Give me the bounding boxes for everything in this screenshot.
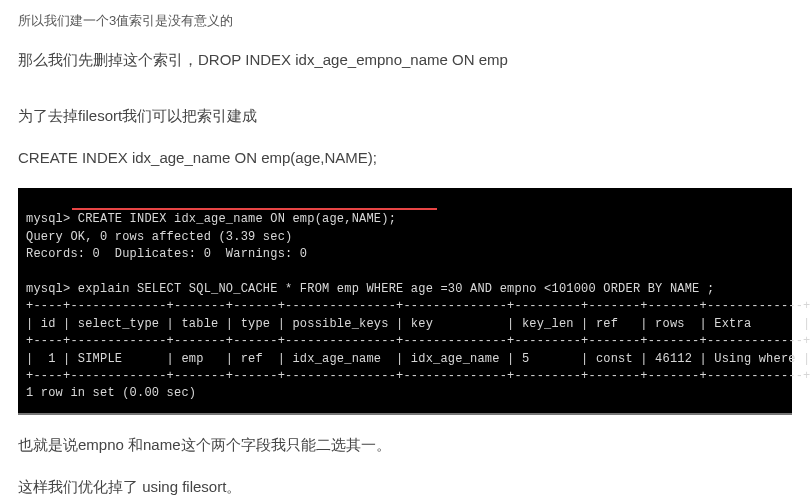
terminal-line: mysql> explain SELECT SQL_NO_CACHE * FRO… bbox=[26, 282, 714, 296]
terminal-line: 1 row in set (0.00 sec) bbox=[26, 386, 196, 400]
terminal-line: Query OK, 0 rows affected (3.39 sec) bbox=[26, 230, 292, 244]
terminal-line: Records: 0 Duplicates: 0 Warnings: 0 bbox=[26, 247, 307, 261]
terminal-line: +----+-------------+-------+------+-----… bbox=[26, 299, 810, 313]
terminal-line: | id | select_type | table | type | poss… bbox=[26, 317, 810, 331]
terminal-line: +----+-------------+-------+------+-----… bbox=[26, 369, 810, 383]
terminal-line: +----+-------------+-------+------+-----… bbox=[26, 334, 810, 348]
terminal-output: mysql> CREATE INDEX idx_age_name ON emp(… bbox=[18, 188, 792, 415]
terminal-line: | 1 | SIMPLE | emp | ref | idx_age_name … bbox=[26, 352, 810, 366]
sql-create-index: CREATE INDEX idx_age_name ON emp(age,NAM… bbox=[18, 146, 792, 170]
paragraph-1: 所以我们建一个3值索引是没有意义的 bbox=[18, 12, 792, 30]
terminal-line: mysql> CREATE INDEX idx_age_name ON emp(… bbox=[26, 212, 396, 226]
underline-highlight bbox=[72, 208, 437, 210]
paragraph-6: 这样我们优化掉了 using filesort。 bbox=[18, 475, 792, 499]
paragraph-3: 为了去掉filesort我们可以把索引建成 bbox=[18, 104, 792, 128]
paragraph-2: 那么我们先删掉这个索引，DROP INDEX idx_age_empno_nam… bbox=[18, 48, 792, 72]
paragraph-5: 也就是说empno 和name这个两个字段我只能二选其一。 bbox=[18, 433, 792, 457]
